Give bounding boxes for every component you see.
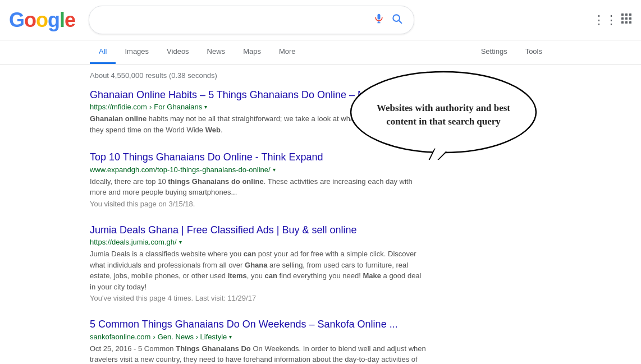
result-breadcrumb-text: Gen. News › Lifestyle (158, 333, 227, 341)
svg-rect-0 (378, 14, 381, 20)
results-container: About 4,550,000 results (0.38 seconds) G… (0, 64, 641, 364)
result-snippet: Ideally, there are top 10 things Ghanaia… (90, 176, 427, 198)
result-snippet: Oct 25, 2016 - 5 Common Things Ghanaians… (90, 343, 427, 364)
search-button[interactable] (389, 11, 405, 29)
result-url: https://mfidie.com (90, 103, 147, 111)
callout-bubble-svg (348, 70, 539, 160)
result-url-row: https://deals.jumia.com.gh/ ▾ (90, 238, 427, 246)
tab-tools[interactable]: Tools (516, 40, 551, 64)
svg-rect-6 (625, 13, 628, 16)
svg-rect-10 (629, 17, 631, 20)
svg-rect-13 (629, 21, 631, 24)
svg-rect-12 (625, 21, 628, 24)
search-bar: things ghanaians do online (89, 6, 414, 34)
svg-point-14 (351, 72, 536, 153)
result-dropdown-icon[interactable]: ▾ (179, 239, 182, 245)
tab-maps[interactable]: Maps (234, 40, 270, 64)
result-visited: You visited this page on 3/15/18. (90, 200, 427, 208)
tab-more[interactable]: More (270, 40, 305, 64)
result-dropdown-icon[interactable]: ▾ (273, 167, 276, 173)
search-input[interactable]: things ghanaians do online (98, 15, 369, 25)
table-row: Jumia Deals Ghana | Free Classified Ads … (90, 224, 427, 302)
result-dropdown-icon[interactable]: ▾ (204, 104, 207, 110)
result-link[interactable]: 5 Common Things Ghanaians Do On Weekends… (90, 319, 398, 330)
table-row: 5 Common Things Ghanaians Do On Weekends… (90, 318, 427, 364)
tab-news[interactable]: News (198, 40, 235, 64)
result-title: Jumia Deals Ghana | Free Classified Ads … (90, 224, 427, 237)
svg-line-4 (399, 21, 402, 24)
result-title: 5 Common Things Ghanaians Do On Weekends… (90, 318, 427, 331)
tab-images[interactable]: Images (116, 40, 158, 64)
result-url-row: www.expandgh.com/top-10-things-ghanaians… (90, 165, 427, 174)
apps-icon[interactable]: ⋮⋮ (593, 13, 632, 27)
result-breadcrumb-text: For Ghanaians (154, 103, 202, 111)
tab-settings[interactable]: Settings (472, 40, 516, 64)
svg-rect-7 (629, 13, 631, 16)
nav-tabs: All Images Videos News Maps More Setting… (0, 40, 641, 64)
result-link[interactable]: Jumia Deals Ghana | Free Classified Ads … (90, 224, 357, 236)
result-visited: You've visited this page 4 times. Last v… (90, 294, 427, 302)
result-url: www.expandgh.com/top-10-things-ghanaians… (90, 165, 271, 174)
tab-all[interactable]: All (90, 40, 116, 64)
result-url-row: sankofaonline.com › Gen. News › Lifestyl… (90, 333, 427, 341)
result-breadcrumb: › (153, 333, 155, 341)
tab-videos[interactable]: Videos (158, 40, 198, 64)
google-logo[interactable]: Google (9, 8, 75, 32)
header: Google things ghanaians do online ⋮⋮ (0, 0, 641, 40)
result-url: https://deals.jumia.com.gh/ (90, 238, 177, 246)
svg-rect-9 (625, 17, 628, 20)
nav-right: Settings Tools (472, 40, 551, 64)
result-breadcrumb: › (149, 103, 152, 111)
result-dropdown-icon[interactable]: ▾ (229, 334, 232, 340)
result-link[interactable]: Top 10 Things Ghanaians Do Online - Thin… (90, 151, 323, 163)
svg-rect-5 (621, 13, 624, 16)
callout-container: Websites with authority and best content… (348, 70, 539, 162)
svg-rect-8 (621, 17, 624, 20)
result-url: sankofaonline.com (90, 333, 150, 341)
microphone-icon[interactable] (373, 13, 384, 27)
result-snippet: Jumia Deals is a classifieds website whe… (90, 248, 427, 292)
svg-rect-11 (621, 21, 624, 24)
